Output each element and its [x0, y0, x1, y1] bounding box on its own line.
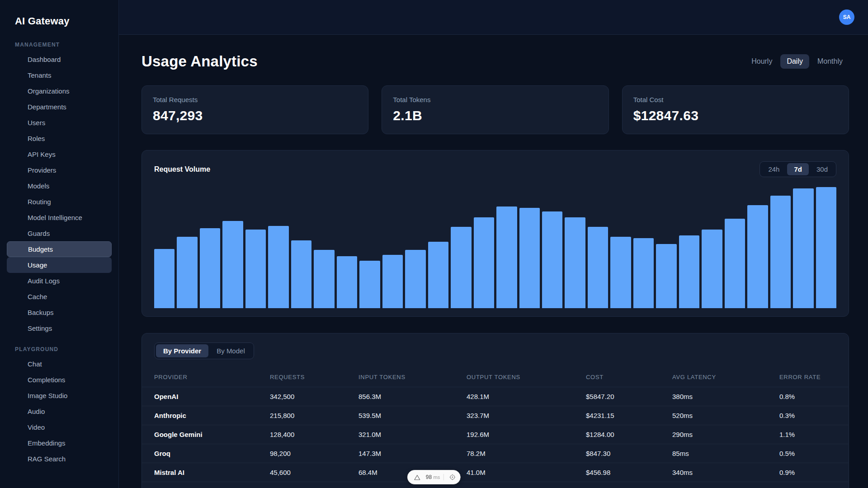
chart-bar-23 — [656, 244, 676, 308]
chart-bar-25 — [702, 230, 722, 308]
sidebar-item-completions[interactable]: Completions — [7, 372, 112, 388]
provider-name: Groq — [154, 450, 270, 457]
chart-bar-16 — [496, 206, 517, 308]
cell-avg-latency: 520ms — [672, 412, 779, 419]
content: Usage Analytics HourlyDailyMonthly Total… — [119, 35, 868, 488]
sidebar-item-organizations[interactable]: Organizations — [7, 83, 112, 99]
cell-cost: $5847.20 — [586, 393, 672, 400]
chart-bar-8 — [314, 250, 334, 308]
sidebar-item-dashboard[interactable]: Dashboard — [7, 52, 112, 67]
sidebar-item-guards[interactable]: Guards — [7, 225, 112, 241]
sidebar-item-providers[interactable]: Providers — [7, 162, 112, 178]
sidebar-item-budgets[interactable]: Budgets — [7, 241, 112, 257]
table-row-cohere: Cohere16,79325.2M15.4M$181.00450ms2.3% — [142, 482, 849, 488]
sidebar-section-label-management: MANAGEMENT — [0, 32, 118, 52]
chart-bar-11 — [382, 255, 403, 308]
cell-error-rate: 1.1% — [779, 431, 836, 438]
chart-bar-2 — [177, 237, 197, 308]
chart-bar-28 — [770, 196, 791, 308]
chart-bar-6 — [268, 226, 288, 308]
stat-card-total-requests: Total Requests847,293 — [142, 85, 368, 134]
cell-input-tokens: 321.0M — [359, 431, 467, 438]
sidebar-item-audio[interactable]: Audio — [7, 404, 112, 419]
chart-bar-3 — [200, 228, 220, 308]
sidebar-item-routing[interactable]: Routing — [7, 194, 112, 210]
cell-error-rate: 0.9% — [779, 469, 836, 476]
tab-by-provider[interactable]: By Provider — [156, 344, 208, 357]
dev-pill-divider — [443, 474, 444, 480]
table-row-anthropic: Anthropic215,800539.5M323.7M$4231.15520m… — [142, 406, 849, 425]
user-avatar[interactable]: SA — [839, 9, 854, 25]
cell-avg-latency: 290ms — [672, 431, 779, 438]
range-option-30d[interactable]: 30d — [810, 163, 835, 175]
sidebar-item-tenants[interactable]: Tenants — [7, 67, 112, 83]
chart-bar-17 — [519, 208, 540, 308]
sidebar-item-api-keys[interactable]: API Keys — [7, 146, 112, 162]
period-option-monthly[interactable]: Monthly — [811, 54, 849, 69]
column-header-error-rate: Error Rate — [779, 374, 836, 380]
nextjs-triangle-icon[interactable] — [412, 472, 422, 482]
sidebar-item-settings[interactable]: Settings — [7, 320, 112, 336]
sidebar-item-roles[interactable]: Roles — [7, 131, 112, 146]
preferences-icon[interactable] — [448, 472, 458, 482]
cell-avg-latency: 85ms — [672, 450, 779, 457]
cell-requests: 98,200 — [270, 450, 359, 457]
stat-card-total-cost: Total Cost$12847.63 — [622, 85, 849, 134]
column-header-avg-latency: Avg Latency — [672, 374, 779, 380]
stat-value: 2.1B — [393, 108, 597, 123]
stat-value: $12847.63 — [633, 108, 838, 123]
sidebar-item-departments[interactable]: Departments — [7, 99, 112, 115]
cell-cost: $456.98 — [586, 469, 672, 476]
chart-bar-24 — [679, 235, 699, 308]
request-volume-card: Request Volume 24h7d30d — [142, 150, 849, 317]
column-header-cost: Cost — [586, 374, 672, 380]
sidebar-item-image-studio[interactable]: Image Studio — [7, 388, 112, 404]
page-title: Usage Analytics — [142, 53, 258, 70]
provider-name: OpenAI — [154, 393, 270, 400]
period-option-hourly[interactable]: Hourly — [745, 54, 778, 69]
sidebar-item-video[interactable]: Video — [7, 419, 112, 435]
range-option-7d[interactable]: 7d — [787, 163, 809, 175]
chart-bar-27 — [747, 205, 768, 308]
chart-bar-19 — [565, 217, 585, 308]
table-body: OpenAI342,500856.3M428.1M$5847.20380ms0.… — [142, 387, 849, 488]
sidebar-item-users[interactable]: Users — [7, 115, 112, 131]
cell-output-tokens: 78.2M — [467, 450, 586, 457]
stat-card-total-tokens: Total Tokens2.1B — [382, 85, 609, 134]
tab-by-model[interactable]: By Model — [209, 344, 252, 357]
cell-cost: $4231.15 — [586, 412, 672, 419]
sidebar-item-cache[interactable]: Cache — [7, 289, 112, 305]
sidebar-item-rag-search[interactable]: RAG Search — [7, 451, 112, 467]
sidebar-item-models[interactable]: Models — [7, 178, 112, 194]
cell-cost: $847.30 — [586, 450, 672, 457]
period-option-daily[interactable]: Daily — [780, 54, 809, 69]
sidebar-item-embeddings[interactable]: Embeddings — [7, 435, 112, 451]
usage-table-card: By ProviderBy Model ProviderRequestsInpu… — [142, 333, 849, 488]
stat-label: Total Cost — [633, 96, 838, 103]
sidebar-item-model-intelligence[interactable]: Model Intelligence — [7, 210, 112, 225]
cell-input-tokens: 856.3M — [359, 393, 467, 400]
range-option-24h[interactable]: 24h — [761, 163, 786, 175]
chart-range-toggle: 24h7d30d — [760, 161, 836, 177]
sidebar-item-usage[interactable]: Usage — [7, 257, 112, 273]
cell-output-tokens: 41.0M — [467, 469, 586, 476]
cell-input-tokens: 147.3M — [359, 450, 467, 457]
chart-title: Request Volume — [154, 165, 210, 174]
dev-tools-indicator[interactable]: 98 ms — [407, 470, 461, 484]
chart-bar-13 — [428, 242, 448, 308]
cell-output-tokens: 192.6M — [467, 431, 586, 438]
chart-bar-12 — [405, 250, 425, 308]
table-header-row: ProviderRequestsInput TokensOutput Token… — [142, 367, 849, 387]
cell-requests: 128,400 — [270, 431, 359, 438]
cell-avg-latency: 380ms — [672, 393, 779, 400]
table-tabs: By ProviderBy Model — [154, 343, 254, 359]
cell-output-tokens: 428.1M — [467, 393, 586, 400]
chart-header: Request Volume 24h7d30d — [154, 161, 836, 177]
column-header-requests: Requests — [270, 374, 359, 380]
latency-readout: 98 ms — [426, 474, 440, 480]
provider-name: Anthropic — [154, 412, 270, 419]
sidebar-item-backups[interactable]: Backups — [7, 305, 112, 320]
sidebar-item-chat[interactable]: Chat — [7, 356, 112, 372]
chart-bar-7 — [291, 240, 311, 308]
sidebar-item-audit-logs[interactable]: Audit Logs — [7, 273, 112, 289]
